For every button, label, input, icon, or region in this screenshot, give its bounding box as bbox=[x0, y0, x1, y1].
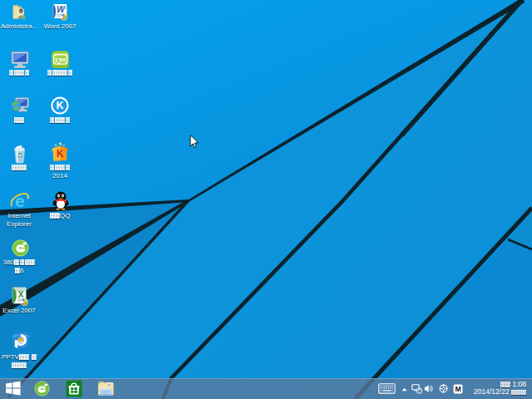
svg-text:X: X bbox=[18, 290, 24, 299]
svg-text:K: K bbox=[56, 100, 63, 111]
svg-text:W: W bbox=[57, 4, 66, 14]
svg-text:K: K bbox=[57, 148, 64, 160]
svg-text:iQIYI: iQIYI bbox=[55, 57, 66, 64]
svg-text:M: M bbox=[455, 385, 461, 393]
